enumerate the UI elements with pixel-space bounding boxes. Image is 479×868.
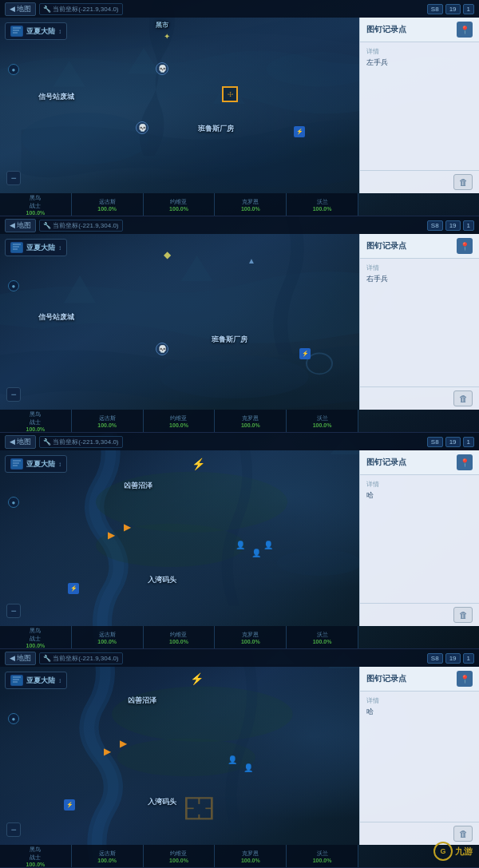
- pin-icon-4: 📍: [457, 671, 473, 687]
- circle-ctrl-3[interactable]: ●: [8, 497, 19, 508]
- side-panel-body-1: 详情 左手兵: [360, 42, 479, 170]
- stat-badge-1b: 1: [463, 4, 474, 14]
- zoom-out-btn-1[interactable]: −: [6, 171, 21, 185]
- back-button-2[interactable]: ◀ 地图: [5, 219, 36, 232]
- delete-btn-3[interactable]: 🗑: [453, 607, 473, 623]
- detail-value-4: 哈: [366, 707, 473, 717]
- stat-badge-2b: 1: [463, 220, 474, 231]
- detail-value-2: 右手兵: [366, 274, 473, 284]
- stat-item-1-0: 黑鸟 战士 100.0%: [0, 193, 72, 216]
- circle-ctrl-1[interactable]: ●: [8, 64, 19, 75]
- side-panel-3: 图钉记录点 📍 详情 哈 🗑: [359, 450, 479, 626]
- pin-icon-1: 📍: [457, 22, 473, 38]
- region-tag-1: ↕: [58, 28, 61, 35]
- watermark-circle: G: [433, 842, 453, 861]
- person-marker-4b: 👤: [243, 759, 253, 774]
- top-bar-4: ◀ 地图 🔧 当前坐标(-221.9,304.0) S8 19 1: [0, 649, 479, 667]
- stat-item-1-3: 克罗恩 100.0%: [215, 193, 287, 216]
- stat-item-1-1: 远古斯 100.0%: [72, 193, 144, 216]
- bottom-stats-4: 黑鸟 战士 100.0% 远古斯 100.0% 约维亚 100.0% 克罗恩 1…: [0, 845, 358, 867]
- stat-item-1-2: 约维亚 100.0%: [144, 193, 216, 216]
- arrow-marker-4a: ▶: [104, 743, 111, 758]
- blue-marker-2[interactable]: ⚡: [299, 348, 311, 359]
- person-marker-3a: 👤: [236, 537, 245, 551]
- zoom-out-btn-2[interactable]: −: [6, 387, 21, 402]
- stat-badge-2a: 19: [445, 220, 461, 231]
- stat-item-4-3: 克罗恩 100.0%: [215, 845, 287, 867]
- coords-display-1: 🔧 当前坐标(-221.9,304.0): [39, 3, 123, 15]
- pin-icon-2: 📍: [457, 238, 473, 254]
- season-badge-4: S8: [427, 653, 443, 664]
- location-label-4b: 入湾码头: [148, 797, 176, 807]
- region-name-1: 亚夏大陆: [26, 26, 55, 37]
- stat-item-1-4: 沃兰 100.0%: [287, 193, 358, 216]
- svg-point-0: [22, 113, 149, 164]
- detail-value-3: 哈: [366, 490, 473, 501]
- target-marker-1: ☩: [222, 86, 238, 102]
- side-panel-body-3: 详情 哈: [360, 475, 479, 603]
- location-label-3b: 入湾码头: [148, 575, 176, 585]
- side-panel-title-4: 图钉记录点: [366, 673, 406, 684]
- stat-item-2-4: 沃兰 100.0%: [287, 410, 358, 432]
- bottom-stats-3: 黑鸟 战士 100.0% 远古斯 100.0% 约维亚 100.0% 克罗恩 1…: [0, 626, 358, 648]
- side-panel-title-1: 图钉记录点: [366, 24, 406, 35]
- arrow-marker-1: ✦: [164, 28, 170, 42]
- side-panel-4: 图钉记录点 📍 详情 哈 🗑: [359, 667, 479, 845]
- side-panel-body-4: 详情 哈: [360, 692, 479, 822]
- person-marker-4a: 👤: [228, 751, 237, 766]
- svg-marker-11: [181, 256, 213, 282]
- side-panel-body-2: 详情 右手兵: [360, 259, 479, 386]
- stat-item-4-2: 约维亚 100.0%: [144, 845, 216, 867]
- circle-ctrl-2[interactable]: ●: [8, 280, 19, 291]
- delete-btn-2[interactable]: 🗑: [453, 390, 473, 406]
- stat-badge-3a: 19: [445, 437, 461, 447]
- side-panel-title-2: 图钉记录点: [366, 240, 406, 252]
- location-label-2b: 班鲁斯厂房: [212, 335, 247, 345]
- location-label-4a: 凶善沼泽: [128, 696, 156, 706]
- side-panel-2: 图钉记录点 📍 详情 右手兵 🗑: [359, 234, 479, 410]
- region-name-4: 亚夏大陆: [26, 676, 55, 686]
- zoom-out-btn-4[interactable]: −: [6, 822, 21, 837]
- side-panel-header-1: 图钉记录点 📍: [360, 18, 479, 42]
- diamond-marker-2: ◆: [164, 247, 171, 261]
- region-icon-1: [10, 26, 23, 37]
- top-bar-1: ◀ 地图 🔧 当前坐标(-221.9,304.0) S8 19 1: [0, 0, 479, 18]
- region-tag-2: ↕: [58, 244, 61, 252]
- pin-icon-3: 📍: [457, 454, 473, 470]
- arrow-marker-3a: ▶: [108, 527, 115, 541]
- skull-marker-2: 💀: [156, 343, 168, 355]
- delete-btn-4[interactable]: 🗑: [453, 826, 473, 842]
- top-bar-2: ◀ 地图 🔧 当前坐标(-221.9,304.0) S8 19 1: [0, 216, 479, 234]
- side-panel-footer-3: 🗑: [360, 603, 479, 626]
- blue-marker-1[interactable]: ⚡: [294, 126, 305, 137]
- delete-btn-1[interactable]: 🗑: [453, 174, 473, 190]
- season-badge-2: S8: [427, 220, 443, 231]
- coords-display-4: 🔧 当前坐标(-221.9,304.0): [39, 652, 123, 664]
- zoom-out-btn-3[interactable]: −: [6, 604, 21, 618]
- stat-item-4-4: 沃兰 100.0%: [287, 845, 358, 867]
- stat-item-2-1: 远古斯 100.0%: [72, 410, 144, 432]
- side-panel-title-3: 图钉记录点: [366, 457, 406, 468]
- side-panel-header-2: 图钉记录点 📍: [360, 234, 479, 259]
- back-button-4[interactable]: ◀ 地图: [5, 652, 36, 665]
- season-badge-1: S8: [427, 4, 443, 14]
- side-panel-footer-1: 🗑: [360, 170, 479, 193]
- side-panel-header-3: 图钉记录点 📍: [360, 450, 479, 475]
- stat-badge-3b: 1: [463, 437, 474, 447]
- circle-ctrl-4[interactable]: ●: [8, 713, 19, 724]
- blue-marker-4[interactable]: ⚡: [64, 799, 75, 811]
- blue-marker-3[interactable]: ⚡: [68, 583, 79, 594]
- tower-marker-3: ⚡: [192, 457, 205, 471]
- region-card-4: 亚夏大陆 ↕: [5, 672, 67, 689]
- region-card-3: 亚夏大陆 ↕: [5, 455, 67, 473]
- stat-item-4-1: 远古斯 100.0%: [72, 845, 144, 867]
- stat-badge-4a: 19: [445, 653, 461, 664]
- detail-value-1: 左手兵: [366, 57, 473, 68]
- location-label-1b: 班鲁斯厂房: [198, 124, 234, 134]
- back-button-3[interactable]: ◀ 地图: [5, 435, 36, 449]
- season-badge-3: S8: [427, 437, 443, 447]
- region-name-3: 亚夏大陆: [26, 459, 55, 470]
- top-bar-3: ◀ 地图 🔧 当前坐标(-221.9,304.0) S8 19 1: [0, 433, 479, 450]
- region-card-1: 亚夏大陆 ↕: [5, 22, 67, 40]
- back-button-1[interactable]: ◀ 地图: [5, 2, 36, 16]
